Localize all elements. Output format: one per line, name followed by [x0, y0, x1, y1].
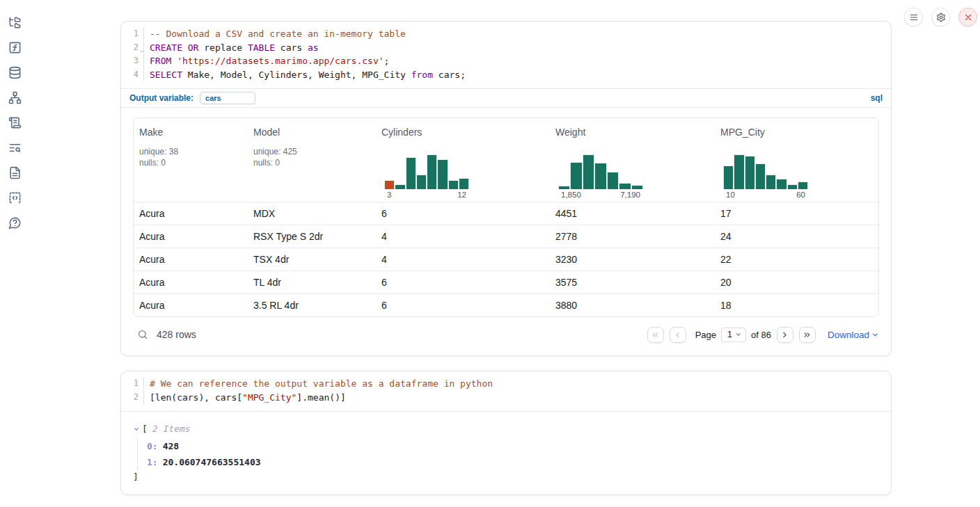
- hist-bar: [734, 154, 744, 189]
- table-cell: 6: [376, 208, 550, 219]
- line-number: 1: [121, 377, 144, 391]
- table-cell: 17: [715, 208, 878, 219]
- table-cell: 6: [376, 277, 550, 288]
- code-text: CREATE OR replace TABLE cars as: [144, 41, 319, 55]
- python-cell: 1# We can reference the output variable …: [120, 371, 892, 495]
- hist-bar: [406, 157, 416, 189]
- chevrons-left-icon: [651, 330, 660, 339]
- chevron-down-icon: [735, 331, 742, 338]
- python-code-editor[interactable]: 1# We can reference the output variable …: [121, 371, 891, 411]
- hist-bar: [619, 183, 631, 189]
- chevrons-right-icon: [803, 330, 812, 339]
- tree-body: 0:4281:20.060747663551403: [137, 438, 879, 470]
- table-cell: 4451: [550, 208, 715, 219]
- table-header: Makeunique: 38nulls: 0Modelunique: 425nu…: [134, 118, 878, 202]
- hist-bar: [594, 163, 606, 189]
- column-header-make[interactable]: Makeunique: 38nulls: 0: [134, 127, 248, 202]
- hist-bar: [570, 162, 582, 189]
- data-table: Makeunique: 38nulls: 0Modelunique: 425nu…: [133, 118, 879, 317]
- menu-icon: [909, 13, 919, 22]
- window-controls: [904, 8, 977, 26]
- hist-bar: [607, 172, 619, 189]
- tree-entry-key: 1:: [147, 457, 158, 467]
- table-row[interactable]: Acura3.5 RL 4dr6388018: [134, 293, 878, 316]
- chevron-down-icon: [871, 331, 879, 339]
- table-footer: 428 rows Page 1 of 86: [133, 325, 879, 344]
- table-row[interactable]: AcuraTSX 4dr4323022: [134, 248, 878, 271]
- code-text: [len(cars), cars["MPG_City"].mean()]: [144, 391, 346, 405]
- page-select-value: 1: [727, 330, 732, 339]
- code-text: SELECT Make, Model, Cylinders, Weight, M…: [144, 68, 466, 82]
- column-header-mpg_city[interactable]: MPG_City1060: [715, 127, 878, 202]
- line-number: 1: [121, 27, 144, 41]
- column-header-cylinders[interactable]: Cylinders312: [376, 127, 550, 202]
- documentation-icon[interactable]: [0, 160, 29, 185]
- code-line: 1-- Download a CSV and create an in-memo…: [121, 27, 891, 41]
- python-cell-output: [ 2 Items 0:4281:20.060747663551403 ]: [121, 411, 891, 484]
- column-stats: unique: 425nulls: 0: [253, 146, 370, 168]
- column-histogram: 1,8507,190: [558, 153, 643, 202]
- outline-icon[interactable]: [0, 110, 29, 135]
- hist-bar: [437, 159, 448, 189]
- settings-button[interactable]: [931, 8, 950, 26]
- page-label: Page: [695, 330, 716, 340]
- hist-bar: [558, 186, 570, 189]
- table-cell: Acura: [134, 254, 248, 265]
- column-header-weight[interactable]: Weight1,8507,190: [550, 127, 715, 202]
- snippets-icon[interactable]: [0, 185, 29, 210]
- table-cell: Acura: [134, 277, 248, 288]
- table-cell: 3.5 RL 4dr: [248, 300, 376, 311]
- tree-open-bracket: [: [142, 423, 148, 435]
- last-page-button[interactable]: [799, 327, 816, 343]
- menu-button[interactable]: [904, 8, 923, 26]
- tree-items-count: 2 Items: [152, 423, 191, 435]
- shutdown-close-icon: [963, 13, 973, 22]
- tree-entry-value: 20.060747663551403: [163, 457, 261, 467]
- table-row[interactable]: AcuraMDX6445117: [134, 202, 878, 225]
- table-cell: 3230: [550, 254, 715, 265]
- table-row[interactable]: AcuraRSX Type S 2dr4277824: [134, 225, 878, 248]
- table-cell: Acura: [134, 300, 248, 311]
- tree-entry: 0:428: [147, 438, 879, 454]
- code-line: 2CREATE OR replace TABLE cars as: [121, 41, 891, 55]
- table-cell: 20: [715, 277, 878, 288]
- hist-bar: [745, 156, 755, 189]
- download-button[interactable]: Download: [828, 330, 879, 340]
- next-page-button[interactable]: [777, 327, 793, 343]
- column-title: Cylinders: [381, 127, 544, 138]
- table-cell: 2778: [550, 231, 715, 242]
- variables-icon[interactable]: [0, 35, 29, 60]
- table-cell: MDX: [248, 208, 376, 219]
- page-select[interactable]: 1: [721, 328, 746, 342]
- tree-close-bracket: ]: [133, 470, 879, 484]
- output-variable-input[interactable]: [200, 92, 255, 104]
- table-row[interactable]: AcuraTL 4dr6357520: [134, 271, 878, 293]
- file-explorer-icon[interactable]: [0, 10, 29, 35]
- logs-icon[interactable]: [0, 135, 29, 160]
- shutdown-button[interactable]: [958, 8, 977, 26]
- dependency-graph-icon[interactable]: [0, 85, 29, 110]
- tree-entry: 1:20.060747663551403: [147, 454, 879, 470]
- column-title: MPG_City: [720, 127, 873, 138]
- search-button[interactable]: [137, 329, 148, 340]
- sql-code-editor[interactable]: 1-- Download a CSV and create an in-memo…: [121, 22, 891, 88]
- line-number: 2: [121, 41, 144, 55]
- code-line: 3FROM 'https://datasets.marimo.app/cars.…: [121, 54, 891, 68]
- hist-bar: [416, 175, 427, 189]
- prev-page-button[interactable]: [670, 327, 686, 343]
- help-icon[interactable]: [0, 210, 29, 235]
- settings-gear-icon: [936, 13, 946, 22]
- code-line: 2[len(cars), cars["MPG_City"].mean()]: [121, 391, 891, 405]
- table-cell: Acura: [134, 208, 248, 219]
- tree-root: [ 2 Items: [133, 423, 879, 435]
- table-cell: RSX Type S 2dr: [248, 231, 376, 242]
- hist-bar: [459, 178, 469, 189]
- column-header-model[interactable]: Modelunique: 425nulls: 0: [248, 127, 376, 202]
- line-number: 2: [121, 391, 144, 405]
- line-number: 4: [121, 68, 144, 82]
- datasources-icon[interactable]: [0, 60, 29, 85]
- first-page-button[interactable]: [647, 327, 664, 343]
- code-text: # We can reference the output variable a…: [144, 377, 493, 391]
- collapse-chevron-icon[interactable]: [133, 426, 140, 433]
- table-cell: 24: [715, 231, 878, 242]
